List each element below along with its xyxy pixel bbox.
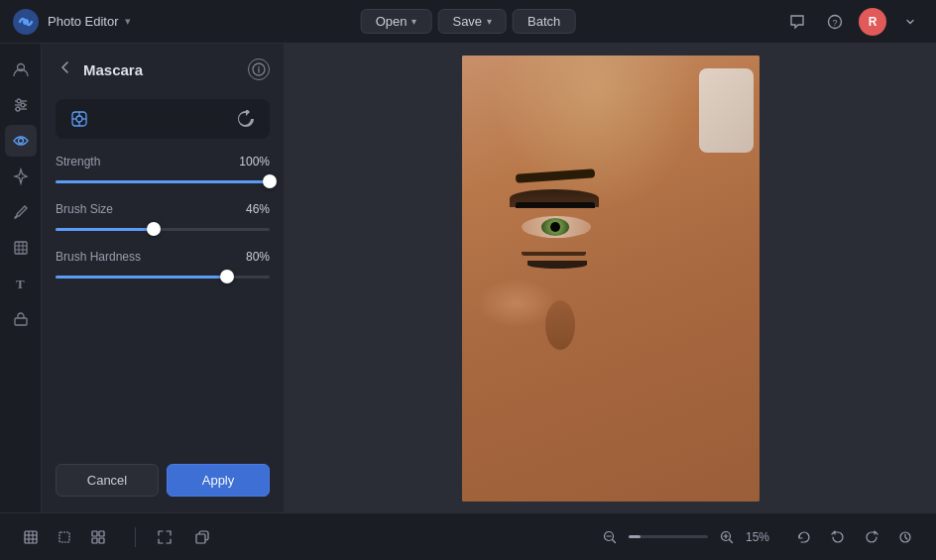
- svg-point-6: [17, 99, 21, 103]
- strength-track: [56, 180, 270, 183]
- help-button[interactable]: ?: [821, 8, 849, 36]
- svg-text:?: ?: [832, 18, 837, 28]
- zoom-slider[interactable]: [629, 535, 708, 538]
- sidebar-tool-stamp[interactable]: [5, 303, 37, 335]
- zoom-in-button[interactable]: [714, 524, 740, 550]
- batch-button[interactable]: Batch: [513, 9, 575, 34]
- panel-action-buttons: Cancel Apply: [42, 454, 284, 512]
- svg-text:T: T: [16, 277, 25, 291]
- panel-reset-tool[interactable]: [232, 105, 260, 133]
- svg-point-10: [16, 107, 20, 111]
- brush-size-slider-row: Brush Size 46%: [56, 202, 270, 236]
- panel-header: Mascara: [42, 44, 284, 91]
- layers-view-button[interactable]: [16, 522, 46, 552]
- svg-rect-28: [25, 531, 37, 543]
- strength-value: 100%: [239, 155, 270, 168]
- strength-fill: [56, 180, 270, 183]
- canvas-area[interactable]: [285, 44, 936, 512]
- avatar-dropdown-button[interactable]: [896, 8, 924, 36]
- svg-point-21: [258, 66, 259, 67]
- svg-rect-37: [99, 538, 104, 543]
- brush-hardness-value: 80%: [246, 250, 270, 264]
- user-avatar[interactable]: R: [859, 8, 886, 36]
- history-forward-button[interactable]: [890, 522, 920, 552]
- app-name: Photo Editor: [48, 14, 119, 29]
- svg-rect-38: [196, 534, 205, 543]
- panel-info-button[interactable]: [248, 58, 270, 80]
- svg-rect-18: [15, 318, 27, 325]
- sidebar-tool-objects[interactable]: [5, 232, 37, 264]
- svg-line-40: [613, 539, 616, 542]
- svg-point-11: [18, 139, 23, 144]
- sidebar-tool-adjustments[interactable]: [5, 89, 37, 121]
- svg-rect-33: [59, 532, 69, 542]
- save-button[interactable]: Save ▾: [437, 9, 507, 34]
- zoom-value: 15%: [746, 530, 781, 544]
- history-reset-button[interactable]: [789, 522, 819, 552]
- crop-view-button[interactable]: [50, 522, 79, 552]
- grid-view-button[interactable]: [83, 522, 113, 552]
- svg-line-43: [730, 539, 733, 542]
- panel: Mascara: [42, 44, 285, 512]
- open-button[interactable]: Open ▾: [361, 9, 432, 34]
- svg-point-23: [76, 116, 82, 122]
- zoom-slider-fill: [629, 535, 641, 538]
- bottom-separator-1: [135, 527, 136, 547]
- svg-rect-12: [15, 242, 27, 254]
- undo-button[interactable]: [823, 522, 853, 552]
- canvas-image: [462, 56, 760, 502]
- sidebar-tool-portraits[interactable]: [5, 54, 37, 85]
- panel-brush-tool[interactable]: [65, 105, 93, 133]
- svg-rect-36: [92, 538, 97, 543]
- brush-size-value: 46%: [246, 202, 270, 216]
- brush-hardness-fill: [56, 276, 227, 279]
- brush-hardness-slider-row: Brush Hardness 80%: [56, 250, 270, 283]
- sidebar-tool-effects[interactable]: [5, 161, 37, 192]
- sidebar-tool-text[interactable]: T: [5, 268, 37, 299]
- bottom-bar: 15%: [0, 512, 936, 560]
- brush-hardness-track: [56, 276, 270, 279]
- zoom-out-button[interactable]: [597, 524, 623, 550]
- sidebar-tool-brush[interactable]: [5, 196, 37, 228]
- brush-size-label: Brush Size: [56, 202, 113, 216]
- cancel-button[interactable]: Cancel: [56, 464, 159, 497]
- fit-button[interactable]: [150, 522, 179, 552]
- brush-hardness-thumb[interactable]: [220, 270, 234, 283]
- panel-toolbar: [56, 99, 270, 139]
- brush-hardness-label: Brush Hardness: [56, 250, 141, 264]
- resize-button[interactable]: [187, 522, 217, 552]
- topbar-center-buttons: Open ▾ Save ▾ Batch: [361, 9, 576, 34]
- sidebar-tool-retouch[interactable]: [5, 125, 37, 157]
- bottom-view-tools: [16, 522, 113, 552]
- apply-button[interactable]: Apply: [167, 464, 270, 497]
- topbar-right: ? R: [783, 8, 924, 36]
- brush-size-fill: [56, 228, 154, 231]
- topbar: Photo Editor ▾ Open ▾ Save ▾ Batch ? R: [0, 0, 936, 44]
- svg-point-1: [23, 19, 29, 25]
- svg-point-8: [21, 103, 25, 107]
- main-area: T Mascara: [0, 44, 936, 512]
- panel-content: Strength 100% Brush Size 46%: [42, 91, 284, 454]
- comment-button[interactable]: [783, 8, 811, 36]
- brush-size-thumb[interactable]: [147, 222, 161, 236]
- panel-title: Mascara: [83, 61, 240, 78]
- strength-slider-row: Strength 100%: [56, 155, 270, 188]
- app-name-chevron[interactable]: ▾: [125, 15, 131, 28]
- left-sidebar: T: [0, 44, 42, 512]
- redo-button[interactable]: [857, 522, 886, 552]
- zoom-controls: 15%: [597, 524, 781, 550]
- bottom-history-tools: [789, 522, 920, 552]
- panel-back-button[interactable]: [56, 57, 75, 81]
- brush-size-track: [56, 228, 270, 231]
- strength-label: Strength: [56, 155, 100, 168]
- svg-rect-34: [92, 531, 97, 536]
- svg-rect-35: [99, 531, 104, 536]
- strength-thumb[interactable]: [263, 174, 277, 188]
- app-logo: [12, 8, 40, 36]
